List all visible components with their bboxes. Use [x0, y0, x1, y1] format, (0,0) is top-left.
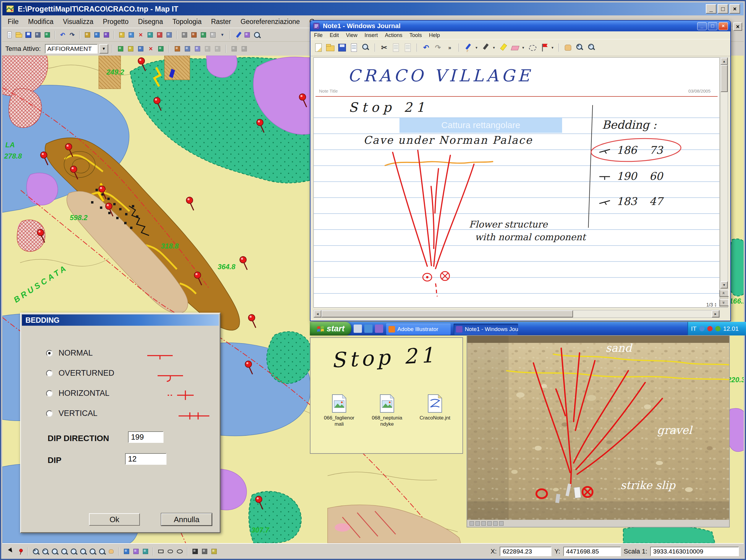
pen-tool-icon[interactable] — [463, 43, 473, 53]
journal-close-button[interactable]: × — [718, 22, 728, 30]
radio-row-overturned[interactable]: OVERTURNED — [46, 369, 114, 378]
marker-dropdown-icon[interactable]: ▼ — [492, 46, 496, 49]
close-button[interactable]: × — [729, 4, 740, 13]
cancel-button[interactable]: Annulla — [161, 513, 212, 526]
mapit-titlebar[interactable]: E:\ProgettiMapIT\CRACO\CRACO.tnp - Map I… — [2, 2, 744, 16]
measure-distance-icon[interactable] — [132, 547, 140, 556]
new-document-icon[interactable] — [5, 31, 13, 39]
radio-row-horizontal[interactable]: HORIZONTAL — [46, 389, 109, 398]
radio-horizontal[interactable] — [46, 390, 53, 397]
tema-attivo-dropdown[interactable]: ▼ — [99, 44, 108, 54]
maximize-button[interactable]: □ — [718, 4, 728, 13]
journal-quicklaunch-icon[interactable] — [375, 325, 383, 333]
highlighter-tool-icon[interactable] — [498, 43, 508, 53]
radio-row-normal[interactable]: NORMAL — [46, 348, 93, 358]
open-project-icon[interactable] — [15, 31, 23, 39]
file-item-068[interactable]: 068_neptunia ndyke — [364, 394, 410, 427]
radio-vertical[interactable] — [46, 410, 53, 417]
scroll-thumb[interactable] — [721, 65, 728, 92]
delete-feature-icon[interactable]: × — [137, 31, 145, 39]
fill-style-icon[interactable] — [191, 547, 199, 556]
show-desktop-icon[interactable] — [354, 325, 362, 333]
legend-icon[interactable] — [157, 45, 165, 53]
journal-maximize-button[interactable]: □ — [708, 22, 717, 30]
flag-dropdown-icon[interactable]: ▼ — [551, 46, 555, 49]
journal-menu-tools[interactable]: Tools — [409, 32, 422, 38]
viewer-control-icon[interactable] — [493, 521, 498, 526]
toolbar-more-icon[interactable]: » — [445, 43, 455, 53]
previous-page-button[interactable]: « — [719, 289, 729, 297]
start-button[interactable]: start — [310, 322, 351, 335]
marker-tool-icon[interactable] — [481, 43, 491, 53]
journal-menu-actions[interactable]: Actions — [385, 32, 402, 38]
journal-redo-icon[interactable]: ↷ — [433, 43, 443, 53]
ok-button[interactable]: Ok — [89, 513, 140, 526]
export-icon[interactable] — [43, 31, 52, 39]
network-tray-icon[interactable] — [699, 326, 705, 331]
cut-feature-icon[interactable] — [155, 31, 164, 39]
viewer-control-icon[interactable] — [499, 521, 504, 526]
draw-line-icon[interactable] — [118, 31, 126, 39]
radio-normal[interactable] — [46, 350, 53, 357]
bedding-dialog-titlebar[interactable]: BEDDING — [22, 314, 219, 326]
scroll-track[interactable] — [721, 65, 728, 281]
zoom-next-icon[interactable] — [79, 547, 87, 556]
print-icon[interactable] — [34, 31, 42, 39]
draw-rect-icon[interactable] — [157, 547, 165, 556]
journal-print-icon[interactable] — [349, 43, 359, 53]
page-view-icon[interactable] — [361, 43, 371, 53]
journal-menu-edit[interactable]: Edit — [330, 32, 339, 38]
antivirus-tray-icon[interactable] — [707, 326, 713, 331]
select-arrow-icon[interactable] — [6, 547, 15, 556]
scroll-down-button[interactable]: ▼ — [721, 281, 728, 288]
journal-undo-icon[interactable]: ↶ — [421, 43, 431, 53]
radio-row-vertical[interactable]: VERTICAL — [46, 409, 97, 418]
theme-table-icon[interactable] — [137, 45, 145, 53]
redo-icon[interactable]: ↷ — [68, 31, 76, 39]
theme-copy-icon[interactable] — [240, 45, 248, 53]
identify-icon[interactable] — [253, 31, 261, 39]
language-indicator[interactable]: IT — [691, 325, 697, 332]
volume-tray-icon[interactable] — [715, 326, 721, 331]
file-item-craconote[interactable]: CracoNote.jnt — [411, 394, 458, 421]
new-note-icon[interactable] — [313, 43, 323, 53]
hscroll-thumb[interactable] — [321, 310, 573, 317]
grid-icon[interactable] — [180, 31, 189, 39]
task-windows-journal[interactable]: Note1 - Windows Jou... — [454, 324, 518, 335]
add-theme-icon[interactable] — [126, 45, 135, 53]
eraser-dropdown-icon[interactable]: ▼ — [522, 46, 525, 49]
menu-georeferenziazione[interactable]: Georeferenziazione — [240, 18, 300, 26]
layers-icon[interactable] — [116, 45, 125, 53]
task-adobe-illustrator[interactable]: Adobe Illustrator — [386, 324, 451, 335]
paste-icon[interactable] — [403, 43, 413, 53]
raster-icon[interactable] — [190, 31, 198, 39]
scroll-right-button[interactable]: ► — [712, 310, 719, 317]
viewer-control-icon[interactable] — [481, 521, 486, 526]
undo-icon[interactable]: ↶ — [59, 31, 67, 39]
y-coordinate-field[interactable] — [563, 547, 621, 556]
draw-ellipse-icon[interactable] — [176, 547, 184, 556]
draw-polygon-icon[interactable] — [127, 31, 136, 39]
zoom-in-icon[interactable]: + — [31, 547, 39, 556]
file-item-066[interactable]: 066_faglienor mali — [316, 394, 363, 427]
edit-vertex-icon[interactable] — [146, 31, 154, 39]
zoom-theme-icon[interactable] — [183, 45, 192, 53]
zoom-selection-icon[interactable] — [88, 547, 96, 556]
symbol-style-icon[interactable] — [210, 547, 218, 556]
tool-dropdown-icon[interactable]: ▼ — [218, 31, 227, 39]
mdi-close-button[interactable]: × — [733, 23, 742, 31]
page-spinner[interactable]: ▲▼ — [714, 303, 717, 307]
theme-filter-icon[interactable] — [213, 45, 222, 53]
copy-icon[interactable] — [391, 43, 401, 53]
viewer-control-icon[interactable] — [469, 521, 474, 526]
pan-hand-icon[interactable] — [563, 43, 573, 53]
theme-stats-icon[interactable] — [203, 45, 212, 53]
add-point-icon[interactable] — [83, 31, 92, 39]
zoom-previous-icon[interactable] — [69, 547, 78, 556]
menu-topologia[interactable]: Topologia — [172, 18, 201, 26]
remove-theme-icon[interactable]: × — [147, 45, 155, 53]
dip-direction-field[interactable] — [128, 431, 164, 443]
pen-dropdown-icon[interactable]: ▼ — [475, 46, 479, 49]
menu-disegna[interactable]: Disegna — [138, 18, 163, 26]
eraser-tool-icon[interactable] — [510, 43, 520, 53]
